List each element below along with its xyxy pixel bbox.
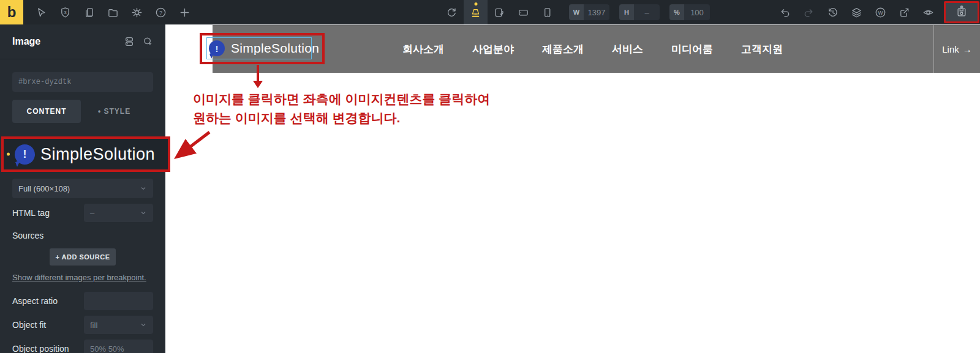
element-settings-panel: Image CONTENT • STYLE ! SimpleSolution F… (0, 24, 165, 353)
undo-icon[interactable] (773, 0, 797, 24)
height-value[interactable]: – (634, 4, 660, 20)
annotation-down-arrow (253, 65, 263, 88)
width-value[interactable]: 1397 (584, 4, 609, 20)
device-desktop-icon[interactable] (464, 0, 488, 24)
device-phone-landscape-icon[interactable] (511, 0, 535, 24)
svg-text:?: ? (159, 9, 162, 15)
zoom-label: % (669, 4, 684, 20)
unsaved-changes-dot (960, 6, 963, 9)
pages-icon[interactable] (77, 0, 101, 24)
selected-logo-image[interactable]: ! SimpleSolution (206, 37, 312, 59)
html-tag-label: HTML tag (12, 208, 50, 218)
object-fit-value: fill (90, 321, 97, 330)
nav-item-business[interactable]: 사업분야 (472, 42, 514, 56)
add-element-icon[interactable] (173, 0, 197, 24)
nav-item-media[interactable]: 미디어룸 (671, 42, 713, 56)
annotation-line-2: 원하는 이미지를 선택해 변경합니다. (193, 108, 490, 127)
aspect-ratio-label: Aspect ratio (12, 296, 58, 306)
object-fit-select[interactable]: fill (84, 316, 153, 334)
nav-item-support[interactable]: 고객지원 (741, 42, 783, 56)
header-link-button[interactable]: Link → (933, 25, 980, 73)
nav-item-products[interactable]: 제품소개 (542, 42, 584, 56)
annotation-line-1: 이미지를 클릭하면 좌측에 이미지컨텐츠를 클릭하여 (193, 89, 490, 108)
height-field: H – (619, 4, 660, 20)
save-button[interactable] (944, 1, 979, 23)
chevron-down-icon (140, 321, 147, 329)
tab-style[interactable]: • STYLE (98, 107, 130, 116)
width-label: W (569, 4, 584, 20)
svg-text:W: W (878, 9, 883, 15)
builder-canvas: 회사소개 사업분야 제품소개 서비스 미디어룸 고객지원 Link → ! Si… (165, 24, 980, 353)
chevron-down-icon (140, 185, 147, 192)
add-source-button[interactable]: + ADD SOURCE (50, 248, 116, 266)
html-tag-select[interactable]: – (84, 204, 153, 222)
nav-item-company[interactable]: 회사소개 (402, 42, 444, 56)
link-label: Link (942, 44, 959, 54)
toolbar-right-group: W (773, 0, 980, 24)
width-field: W 1397 (569, 4, 609, 20)
history-icon[interactable] (821, 0, 845, 24)
nav-item-service[interactable]: 서비스 (612, 42, 643, 56)
zoom-value[interactable]: 100 (684, 4, 710, 20)
active-device-dot (474, 2, 477, 6)
arrow-right-icon: → (963, 44, 972, 54)
panel-header-icons (124, 36, 153, 47)
bricks-logo[interactable]: b (0, 0, 23, 24)
image-size-select[interactable]: Full (600×108) (12, 179, 153, 198)
object-position-label: Object position (12, 344, 69, 353)
device-phone-portrait-icon[interactable] (535, 0, 559, 24)
image-size-value: Full (600×108) (18, 184, 70, 193)
open-external-icon[interactable] (892, 0, 916, 24)
object-position-row: Object position (12, 340, 153, 353)
object-position-input[interactable] (84, 340, 153, 353)
gear-icon[interactable] (125, 0, 149, 24)
tab-content[interactable]: CONTENT (12, 100, 81, 123)
interactions-icon[interactable] (142, 36, 153, 47)
bricks-builder-app: b 3 ? (0, 0, 980, 353)
svg-text:3: 3 (64, 9, 67, 15)
toolbar-left-group: 3 ? (29, 0, 197, 24)
breakpoint-images-link[interactable]: Show different images per breakpoint. (12, 273, 153, 282)
logo-text: SimpleSolution (40, 145, 155, 164)
annotation-diagonal-arrow (165, 127, 221, 164)
help-icon[interactable]: ? (149, 0, 173, 24)
redo-icon[interactable] (797, 0, 821, 24)
builder-toolbar: b 3 ? (0, 0, 980, 24)
device-tablet-rotate-icon[interactable] (488, 0, 511, 24)
element-id-input[interactable] (12, 72, 153, 92)
annotation-text: 이미지를 클릭하면 좌측에 이미지컨텐츠를 클릭하여 원하는 이미지를 선택해 … (193, 89, 490, 127)
logo-text: SimpleSolution (231, 41, 319, 56)
modified-indicator-dot (7, 153, 10, 156)
zoom-field: % 100 (669, 4, 710, 20)
chevron-down-icon (140, 209, 147, 217)
aspect-ratio-input[interactable] (84, 292, 153, 310)
wordpress-icon[interactable]: W (869, 0, 892, 24)
aspect-ratio-row: Aspect ratio (12, 292, 153, 310)
logo-bubble-icon: ! (209, 40, 225, 56)
height-label: H (619, 4, 634, 20)
panel-header: Image (0, 24, 165, 59)
panel-tabs: CONTENT • STYLE (12, 100, 153, 123)
cursor-icon[interactable] (29, 0, 53, 24)
html-tag-value: – (90, 209, 94, 218)
element-states-icon[interactable] (124, 36, 135, 47)
folder-icon[interactable] (101, 0, 125, 24)
layers-icon[interactable] (845, 0, 869, 24)
sources-label: Sources (12, 231, 153, 240)
object-fit-label: Object fit (12, 320, 46, 330)
object-fit-row: Object fit fill (12, 316, 153, 334)
shield-v3-icon[interactable]: 3 (53, 0, 77, 24)
toolbar-device-group: W 1397 H – % 100 (440, 0, 710, 24)
image-preview[interactable]: ! SimpleSolution (1, 136, 170, 172)
preview-eye-icon[interactable] (916, 0, 940, 24)
site-nav: 회사소개 사업분야 제품소개 서비스 미디어룸 고객지원 (402, 25, 783, 73)
reload-icon[interactable] (440, 0, 464, 24)
logo-bubble-icon: ! (15, 144, 35, 165)
site-header: 회사소개 사업분야 제품소개 서비스 미디어룸 고객지원 Link → (213, 25, 980, 73)
panel-title: Image (12, 36, 40, 47)
html-tag-row: HTML tag – (12, 204, 153, 222)
